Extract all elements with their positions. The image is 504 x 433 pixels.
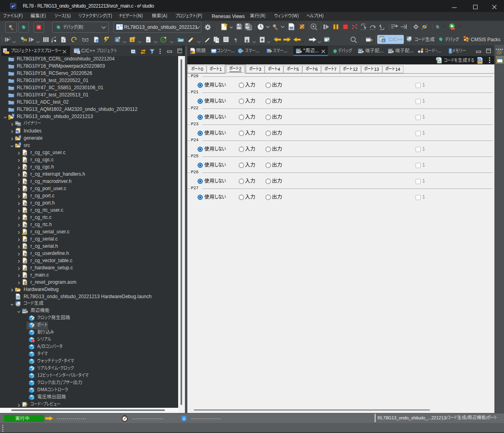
svg-text:S: S bbox=[24, 281, 26, 285]
svg-text:.c: .c bbox=[23, 274, 27, 278]
svg-text:c: c bbox=[19, 142, 21, 145]
svg-text:C: C bbox=[162, 38, 164, 41]
svg-text:c: c bbox=[437, 58, 438, 60]
svg-text:×: × bbox=[120, 24, 122, 27]
svg-text:.h: .h bbox=[23, 166, 27, 170]
svg-text:c: c bbox=[359, 48, 360, 51]
svg-text:c: c bbox=[16, 301, 17, 304]
svg-text:.c: .c bbox=[23, 158, 27, 163]
svg-text:.c: .c bbox=[23, 267, 27, 271]
svg-text:c: c bbox=[389, 48, 390, 51]
svg-text:c: c bbox=[19, 135, 21, 138]
svg-text:.h: .h bbox=[23, 252, 27, 257]
svg-text:.h: .h bbox=[23, 180, 27, 184]
svg-text:c: c bbox=[117, 25, 119, 29]
svg-text:.c: .c bbox=[23, 187, 27, 192]
svg-text:.c: .c bbox=[23, 259, 27, 264]
svg-text:.h: .h bbox=[23, 202, 27, 206]
svg-text:c: c bbox=[12, 114, 14, 116]
svg-text:c: c bbox=[297, 48, 298, 51]
svg-text:c: c bbox=[407, 36, 408, 39]
svg-text:.c: .c bbox=[23, 238, 27, 242]
svg-text:C: C bbox=[382, 39, 384, 42]
svg-text:.h: .h bbox=[23, 245, 27, 249]
svg-text:010: 010 bbox=[289, 27, 293, 30]
svg-text:C: C bbox=[78, 51, 80, 54]
svg-text:.h: .h bbox=[23, 223, 27, 228]
svg-text:c: c bbox=[147, 38, 149, 42]
svg-text:01: 01 bbox=[18, 124, 21, 126]
svg-text:e²: e² bbox=[12, 4, 15, 8]
svg-text:c: c bbox=[116, 38, 118, 42]
svg-text:.c: .c bbox=[23, 216, 27, 221]
svg-text:h: h bbox=[16, 130, 18, 134]
svg-text:i: i bbox=[183, 416, 185, 421]
svg-text:a: a bbox=[131, 38, 133, 42]
svg-text:X: X bbox=[17, 296, 19, 299]
svg-text:.c: .c bbox=[23, 194, 27, 199]
svg-text:c: c bbox=[96, 40, 98, 42]
svg-text:.c: .c bbox=[23, 151, 27, 156]
svg-text:.h: .h bbox=[23, 173, 27, 177]
svg-text:c: c bbox=[23, 309, 24, 311]
svg-text:¶: ¶ bbox=[235, 37, 237, 43]
svg-text:.c: .c bbox=[23, 209, 27, 213]
